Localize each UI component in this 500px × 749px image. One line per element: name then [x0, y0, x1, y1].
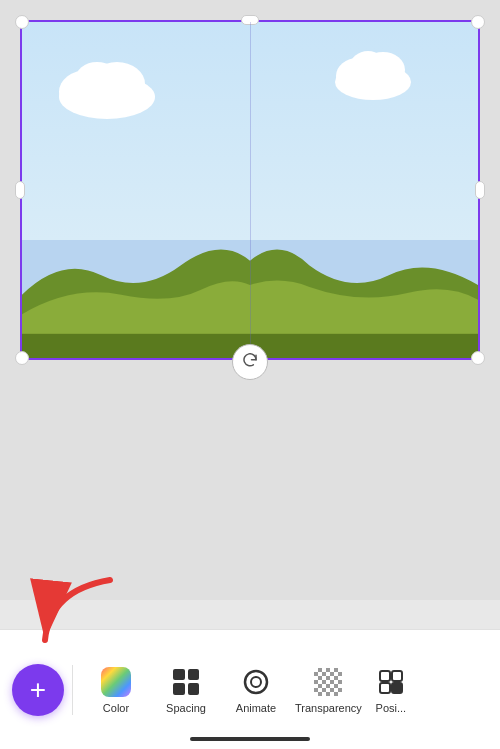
- svg-rect-15: [392, 683, 402, 693]
- animate-icon-container: [240, 666, 272, 698]
- checker-icon: [314, 668, 342, 696]
- animate-label: Animate: [236, 702, 276, 714]
- color-icon-container: [100, 666, 132, 698]
- position-icon-container: [375, 666, 407, 698]
- toolbar-item-animate[interactable]: Animate: [221, 658, 291, 722]
- handle-top-left[interactable]: [15, 15, 29, 29]
- handle-top-right[interactable]: [471, 15, 485, 29]
- image-frame[interactable]: [20, 20, 480, 360]
- spacing-grid-icon: [173, 669, 199, 695]
- toolbar-divider: [72, 665, 73, 715]
- rotate-button[interactable]: [232, 344, 268, 380]
- position-label: Posi...: [376, 702, 407, 714]
- toolbar-item-position[interactable]: Posi...: [366, 658, 416, 722]
- svg-rect-13: [392, 671, 402, 681]
- red-arrow: [10, 570, 130, 664]
- transparency-label: Transparency: [295, 702, 362, 714]
- svg-point-5: [75, 62, 119, 98]
- canvas-area: [0, 0, 500, 600]
- handle-bottom-right[interactable]: [471, 351, 485, 365]
- animate-circle-icon: [242, 668, 270, 696]
- svg-point-11: [251, 677, 261, 687]
- add-button[interactable]: +: [12, 664, 64, 716]
- handle-bottom-left[interactable]: [15, 351, 29, 365]
- color-gradient-icon: [101, 667, 131, 697]
- toolbar-item-transparency[interactable]: Transparency: [291, 658, 366, 722]
- handle-middle-right[interactable]: [475, 181, 485, 199]
- plus-icon: +: [30, 674, 46, 706]
- spacing-label: Spacing: [166, 702, 206, 714]
- spacing-icon-container: [170, 666, 202, 698]
- svg-rect-14: [380, 683, 390, 693]
- cloud-left: [52, 52, 162, 126]
- svg-point-10: [245, 671, 267, 693]
- position-icon: [377, 668, 405, 696]
- image-divider: [250, 22, 251, 358]
- toolbar-item-color[interactable]: Color: [81, 658, 151, 722]
- handle-middle-left[interactable]: [15, 181, 25, 199]
- svg-point-9: [350, 51, 386, 81]
- color-label: Color: [103, 702, 129, 714]
- toolbar-items: Color Spacing Animate: [81, 658, 500, 722]
- svg-rect-12: [380, 671, 390, 681]
- cloud-right: [328, 42, 418, 106]
- home-bar: [190, 737, 310, 741]
- transparency-icon-container: [312, 666, 344, 698]
- toolbar-item-spacing[interactable]: Spacing: [151, 658, 221, 722]
